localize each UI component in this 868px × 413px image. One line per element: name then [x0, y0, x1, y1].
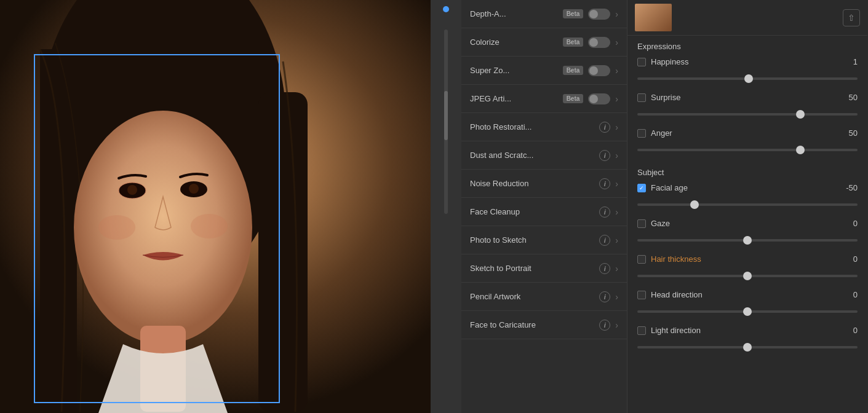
section-label-subject: Subject: [627, 162, 867, 181]
svg-point-9: [189, 184, 199, 194]
slider-label-light-direction: Light direction: [651, 326, 834, 335]
checkbox-surprise[interactable]: [637, 93, 646, 102]
slider-input-gaze[interactable]: [637, 239, 858, 242]
slider-row-facial-age: Facial age-50: [627, 181, 867, 216]
slider-value-hair-thickness: 0: [839, 254, 858, 264]
slider-input-happiness[interactable]: [637, 77, 858, 80]
checkbox-gaze[interactable]: [637, 219, 646, 228]
slider-header-surprise: Surprise50: [637, 93, 858, 102]
svg-rect-2: [40, 49, 77, 412]
tool-label-pencil-artwork: Pencil Artwork: [470, 292, 594, 301]
slider-row-anger: Anger50: [627, 126, 867, 162]
slider-input-facial-age[interactable]: [637, 203, 858, 206]
image-area: [0, 0, 431, 413]
slider-row-surprise: Surprise50: [627, 90, 867, 126]
tool-label-sketch-to-portrait: Sketch to Portrait: [470, 264, 594, 273]
info-icon-face-to-caricature[interactable]: i: [599, 320, 610, 331]
info-icon-sketch-to-portrait[interactable]: i: [599, 263, 610, 274]
chevron-depth-a: ›: [615, 9, 618, 19]
tool-item-sketch-to-portrait[interactable]: Sketch to Portraiti›: [461, 254, 627, 283]
tool-item-pencil-artwork[interactable]: Pencil Artworki›: [461, 283, 627, 311]
tool-label-dust-and-scratc: Dust and Scratc...: [470, 151, 594, 160]
tool-label-face-cleanup: Face Cleanup: [470, 207, 594, 216]
slider-header-light-direction: Light direction0: [637, 326, 858, 335]
scrollbar-track[interactable]: [444, 30, 448, 214]
tool-item-photo-restorati[interactable]: Photo Restorati...i›: [461, 113, 627, 141]
chevron-face-to-caricature: ›: [615, 320, 618, 330]
slider-header-facial-age: Facial age-50: [637, 183, 858, 192]
beta-badge-jpeg-arti: Beta: [563, 94, 584, 103]
svg-point-8: [127, 185, 137, 195]
slider-value-anger: 50: [839, 128, 858, 138]
tool-label-depth-a: Depth-A...: [470, 9, 558, 18]
tool-item-face-to-caricature[interactable]: Face to Caricaturei›: [461, 311, 627, 339]
upload-button[interactable]: ⇧: [843, 9, 860, 26]
tool-item-colorize[interactable]: ColorizeBeta›: [461, 28, 627, 57]
slider-value-happiness: 1: [839, 57, 858, 66]
checkbox-hair-thickness[interactable]: [637, 255, 646, 264]
slider-label-hair-thickness: Hair thickness: [651, 254, 834, 264]
slider-input-light-direction[interactable]: [637, 346, 858, 348]
section-label-expressions: Expressions: [627, 36, 867, 55]
toggle-depth-a[interactable]: [588, 9, 610, 20]
tool-item-super-zo[interactable]: Super Zo...Beta›: [461, 57, 627, 85]
slider-label-head-direction: Head direction: [651, 290, 834, 299]
slider-row-light-direction: Light direction0: [627, 323, 867, 359]
chevron-jpeg-arti: ›: [615, 94, 618, 104]
slider-input-surprise[interactable]: [637, 113, 858, 116]
toggle-colorize[interactable]: [588, 37, 610, 48]
checkbox-head-direction[interactable]: [637, 291, 646, 299]
scrollbar-thumb[interactable]: [444, 91, 448, 140]
slider-label-surprise: Surprise: [651, 93, 834, 102]
slider-value-facial-age: -50: [839, 183, 858, 192]
info-icon-face-cleanup[interactable]: i: [599, 206, 610, 218]
tool-item-noise-reduction[interactable]: Noise Reductioni›: [461, 170, 627, 198]
tool-label-jpeg-arti: JPEG Arti...: [470, 94, 558, 103]
slider-header-gaze: Gaze0: [637, 219, 858, 228]
tool-label-noise-reduction: Noise Reduction: [470, 179, 594, 188]
beta-badge-depth-a: Beta: [563, 9, 584, 18]
info-icon-noise-reduction[interactable]: i: [599, 178, 610, 189]
tool-item-jpeg-arti[interactable]: JPEG Arti...Beta›: [461, 85, 627, 113]
tool-item-dust-and-scratc[interactable]: Dust and Scratc...i›: [461, 141, 627, 170]
slider-value-light-direction: 0: [839, 326, 858, 335]
chevron-super-zo: ›: [615, 66, 618, 76]
chevron-pencil-artwork: ›: [615, 292, 618, 302]
beta-badge-colorize: Beta: [563, 37, 584, 47]
info-icon-photo-restorati[interactable]: i: [599, 122, 610, 133]
chevron-sketch-to-portrait: ›: [615, 264, 618, 273]
tool-item-photo-to-sketch[interactable]: Photo to Sketchi›: [461, 226, 627, 254]
info-icon-pencil-artwork[interactable]: i: [599, 291, 610, 302]
slider-header-happiness: Happiness1: [637, 57, 858, 66]
checkbox-light-direction[interactable]: [637, 326, 646, 335]
chevron-photo-restorati: ›: [615, 122, 618, 132]
slider-value-gaze: 0: [839, 219, 858, 228]
toggle-jpeg-arti[interactable]: [588, 93, 610, 104]
tool-label-face-to-caricature: Face to Caricature: [470, 320, 594, 329]
checkbox-happiness[interactable]: [637, 58, 646, 66]
svg-point-12: [191, 214, 228, 238]
slider-input-head-direction[interactable]: [637, 310, 858, 313]
tool-item-face-cleanup[interactable]: Face Cleanupi›: [461, 198, 627, 226]
slider-row-gaze: Gaze0: [627, 216, 867, 252]
toggle-super-zo[interactable]: [588, 65, 610, 76]
tool-label-photo-restorati: Photo Restorati...: [470, 122, 594, 132]
checkbox-facial-age[interactable]: [637, 184, 646, 192]
tool-item-depth-a[interactable]: Depth-A...Beta›: [461, 0, 627, 28]
slider-input-hair-thickness[interactable]: [637, 275, 858, 277]
info-icon-photo-to-sketch[interactable]: i: [599, 235, 610, 246]
tool-label-colorize: Colorize: [470, 37, 558, 47]
slider-value-surprise: 50: [839, 93, 858, 102]
slider-input-anger[interactable]: [637, 149, 858, 151]
slider-row-hair-thickness: Hair thickness0: [627, 252, 867, 288]
chevron-colorize: ›: [615, 37, 618, 47]
slider-label-gaze: Gaze: [651, 219, 834, 228]
slider-header-head-direction: Head direction0: [637, 290, 858, 299]
slider-value-head-direction: 0: [839, 290, 858, 299]
chevron-noise-reduction: ›: [615, 179, 618, 189]
checkbox-anger[interactable]: [637, 129, 646, 138]
info-icon-dust-and-scratc[interactable]: i: [599, 150, 610, 161]
tools-panel: Depth-A...Beta›ColorizeBeta›Super Zo...B…: [461, 0, 627, 413]
portrait-svg: [0, 0, 431, 413]
slider-header-anger: Anger50: [637, 128, 858, 138]
